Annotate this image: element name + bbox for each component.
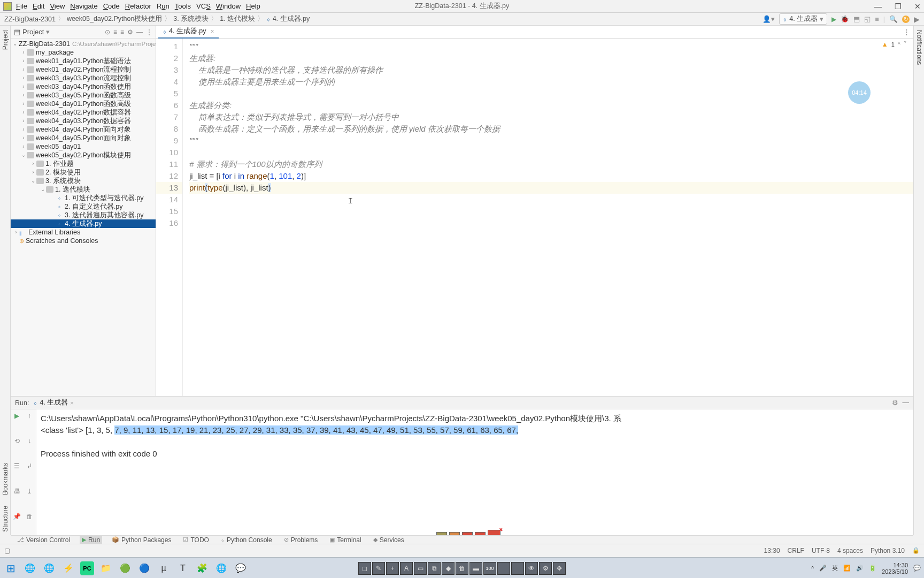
tool-plus[interactable]: + xyxy=(386,562,399,575)
wechat-icon[interactable]: 💬 xyxy=(233,561,248,576)
scroll-end-icon[interactable]: ⤓ xyxy=(24,485,36,498)
layout-icon[interactable]: ☰ xyxy=(11,460,24,473)
tree-row[interactable]: ›⫴External Libraries xyxy=(11,228,156,237)
services-tab[interactable]: ◆Services xyxy=(371,536,406,544)
tree-row[interactable]: ›week01_day01.Python基础语法 xyxy=(11,57,156,65)
lock-icon[interactable]: 🔒 xyxy=(912,547,920,554)
code-content[interactable]: """生成器: 生成器是一种特殊的迭代器，支持迭代器的所有操作 使用生成器主要是… xyxy=(183,39,913,396)
browser-icon[interactable]: 🌐 xyxy=(42,561,57,576)
python-packages-tab[interactable]: 📦Python Packages xyxy=(110,536,173,544)
tree-row[interactable]: ⬨3. 迭代器遍历其他容器.py xyxy=(11,211,156,219)
tool-rect[interactable]: ▭ xyxy=(414,562,427,575)
line-separator[interactable]: CRLF xyxy=(788,547,804,554)
minimize-button[interactable]: — xyxy=(874,2,882,11)
tray-battery-icon[interactable]: 🔋 xyxy=(869,565,876,572)
tool-move[interactable]: ✥ xyxy=(553,562,566,575)
menu-tools[interactable]: Tools xyxy=(175,2,191,10)
tray-mic-icon[interactable]: 🎤 xyxy=(819,565,827,572)
hide-icon[interactable]: — xyxy=(136,28,143,36)
menu-vcs[interactable]: VCS xyxy=(196,2,211,10)
tray-volume-icon[interactable]: 🔊 xyxy=(856,565,864,572)
run-coverage-button[interactable]: ⬒ xyxy=(853,15,860,23)
tree-row[interactable]: ›week05_day01 xyxy=(11,142,156,151)
tree-row[interactable]: ›week04_day04.Python面向对象 xyxy=(11,125,156,134)
menu-view[interactable]: View xyxy=(50,2,65,10)
select-opened-file-icon[interactable]: ⊙ xyxy=(105,28,110,36)
clear-icon[interactable]: 🗑 xyxy=(24,510,36,523)
editor-tab[interactable]: ⬨ 4. 生成器.py × xyxy=(158,26,219,39)
options-icon[interactable]: ⋮ xyxy=(146,28,152,36)
problems-tab[interactable]: ⊘Problems xyxy=(282,536,320,544)
menu-navigate[interactable]: Navigate xyxy=(70,2,97,10)
tree-row[interactable]: ›week04_day02.Python数据容器 xyxy=(11,108,156,117)
tray-chevron[interactable]: ^ xyxy=(811,565,814,572)
stop-run-icon[interactable]: ⟲ xyxy=(11,435,24,447)
tree-row[interactable]: ›week01_day02.Python流程控制 xyxy=(11,65,156,74)
version-control-tab[interactable]: ⎇Version Control xyxy=(15,536,72,544)
tree-row[interactable]: ›week03_day05.Python函数高级 xyxy=(11,91,156,100)
edge-icon-2[interactable]: 🔵 xyxy=(137,561,152,576)
python-interpreter[interactable]: Python 3.10 xyxy=(871,547,905,554)
run-output[interactable]: C:\Users\shawn\AppData\Local\Programs\Py… xyxy=(36,409,913,535)
breadcrumb-item[interactable]: 3. 系统模块 xyxy=(173,14,209,24)
tree-row[interactable]: ›week04_day01.Python函数高级 xyxy=(11,100,156,108)
up-icon[interactable]: ↑ xyxy=(24,409,36,422)
update-button[interactable]: ↻ xyxy=(902,16,910,23)
indent-setting[interactable]: 4 spaces xyxy=(837,547,863,554)
tree-row[interactable]: ⬨1. 可迭代类型与迭代器.py xyxy=(11,194,156,202)
tool-sq1[interactable] xyxy=(497,562,510,575)
close-tab-icon[interactable]: × xyxy=(211,28,214,35)
torrent-icon[interactable]: µ xyxy=(156,561,171,576)
tool-copy[interactable]: ⧉ xyxy=(428,562,441,575)
tool-screen[interactable]: ▬ xyxy=(469,562,482,575)
menu-code[interactable]: Code xyxy=(103,2,120,10)
menu-help[interactable]: Help xyxy=(246,2,260,10)
run-tab-button[interactable]: ▶Run xyxy=(80,536,102,544)
code-with-me-button[interactable]: ▶ xyxy=(914,15,920,24)
stop-button[interactable]: ■ xyxy=(875,16,879,23)
maximize-button[interactable]: ❐ xyxy=(895,2,902,11)
tool-trash[interactable]: 🗑 xyxy=(456,562,468,575)
run-button[interactable]: ▶ xyxy=(831,16,836,23)
explorer-icon[interactable]: 📁 xyxy=(98,561,113,576)
terminal-tab[interactable]: ▣Terminal xyxy=(327,536,363,544)
tool-sq2[interactable] xyxy=(511,562,524,575)
tool-text[interactable]: A xyxy=(400,562,413,575)
project-tool-button[interactable]: Project xyxy=(2,30,9,50)
menu-refactor[interactable]: Refactor xyxy=(125,2,151,10)
expand-all-icon[interactable]: ≡ xyxy=(113,28,117,36)
tool-pointer[interactable]: ◻ xyxy=(358,562,371,575)
app-icon-3[interactable]: 🧩 xyxy=(195,561,210,576)
system-clock[interactable]: 14:30 2023/5/10 xyxy=(882,562,908,575)
tray-lang[interactable]: 英 xyxy=(832,564,838,572)
app-icon[interactable]: ⚡ xyxy=(61,561,76,576)
bookmarks-tool-button[interactable]: Bookmarks xyxy=(2,463,9,495)
tree-row[interactable]: ›week03_day03.Python流程控制 xyxy=(11,74,156,82)
menu-edit[interactable]: Edit xyxy=(33,2,44,10)
close-button[interactable]: ✕ xyxy=(914,2,921,11)
soft-wrap-icon[interactable]: ↲ xyxy=(24,460,36,473)
tree-row[interactable]: ›week03_day04.Python函数使用 xyxy=(11,82,156,91)
cursor-position[interactable]: 13:30 xyxy=(764,547,780,554)
tree-row[interactable]: ›2. 模块使用 xyxy=(11,168,156,177)
tree-row[interactable]: ⬨4. 生成器.py xyxy=(11,219,156,228)
print-icon[interactable]: 🖶 xyxy=(11,485,24,498)
structure-tool-button[interactable]: Structure xyxy=(2,506,9,532)
inspection-widget[interactable]: ▲ 1 ^ ˅ xyxy=(882,41,907,48)
rerun-icon[interactable]: ▶ xyxy=(11,409,24,422)
tree-row[interactable]: ⌄week05_day02.Python模块使用 xyxy=(11,151,156,159)
tool-pen[interactable]: ✎ xyxy=(372,562,385,575)
code-editor[interactable]: 12345678910111213141516 """生成器: 生成器是一种特殊… xyxy=(156,39,913,396)
python-console-tab[interactable]: ⬨Python Console xyxy=(219,536,274,544)
run-configuration-selector[interactable]: ⬨ 4. 生成器 ▾ xyxy=(779,13,827,25)
status-message-icon[interactable]: ▢ xyxy=(4,547,10,554)
app-icon-2[interactable]: 🟢 xyxy=(118,561,133,576)
run-settings-icon[interactable]: ⚙ xyxy=(892,399,898,407)
hide-run-icon[interactable]: — xyxy=(903,399,910,407)
tree-row[interactable]: ›my_package xyxy=(11,48,156,57)
collapse-all-icon[interactable]: ≡ xyxy=(120,28,124,36)
tool-zoom[interactable]: 100 xyxy=(483,562,496,575)
pin-icon[interactable]: 📌 xyxy=(11,510,24,523)
todo-tab[interactable]: ☑TODO xyxy=(181,536,211,544)
file-encoding[interactable]: UTF-8 xyxy=(812,547,830,554)
